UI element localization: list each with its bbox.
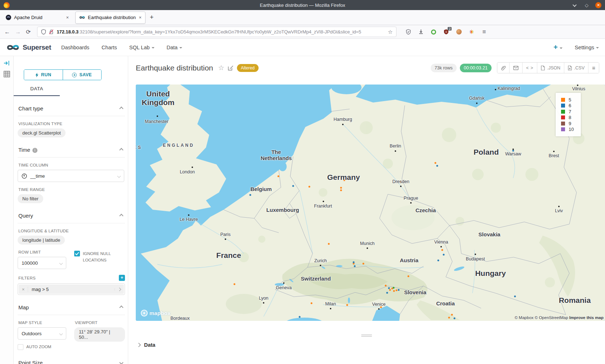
legend-item[interactable]: 10 [561, 127, 581, 133]
pinwheel-extension-icon[interactable]: ✳ [468, 29, 475, 35]
brand-name: Superset [23, 44, 51, 51]
forward-button[interactable]: → [15, 29, 21, 35]
tab-data[interactable]: DATA [14, 86, 60, 96]
ignore-null-checkbox-row[interactable]: IGNORE NULL LOCATIONS [74, 251, 122, 269]
deckgl-map[interactable]: United KingdomManchesterENGLANDESLondonT… [136, 85, 605, 321]
section-title: Chart type [18, 105, 43, 112]
altered-badge[interactable]: Altered [237, 64, 259, 72]
window-title: Earthquake distribution — Mozilla Firefo… [0, 3, 605, 8]
data-results-collapse[interactable]: Data [137, 342, 155, 348]
filter-expression[interactable]: mag > 5 [28, 287, 115, 292]
bookmark-star-icon[interactable]: ☆ [388, 29, 393, 35]
ublock-shield-icon[interactable]: ū2 [443, 29, 449, 35]
tab-apache-druid[interactable]: Apache Druid × [2, 12, 72, 24]
lonlat-value[interactable]: longitude | latitude [18, 236, 65, 245]
section-point-size: Point Size [18, 359, 125, 364]
url-path: :32108/superset/explore/?form_data_key=1… [79, 29, 361, 35]
new-tab-button[interactable]: + [150, 14, 154, 21]
chart-menu-button[interactable]: ≡ [588, 63, 599, 73]
superset-navbar: Superset Dashboards Charts SQL Lab Data … [0, 39, 605, 56]
cookie-extension-icon[interactable] [456, 29, 462, 35]
back-button[interactable]: ← [4, 29, 10, 35]
extension-green-icon[interactable] [430, 29, 437, 35]
run-label: RUN [41, 72, 51, 77]
new-item-button[interactable]: + [554, 43, 563, 51]
side-icon-strip [0, 56, 14, 364]
time-range-label: TIME RANGE [18, 187, 125, 192]
legend-item[interactable]: 8 [561, 115, 581, 121]
export-json-button[interactable]: .JSON [537, 63, 564, 73]
section-query-header[interactable]: Query [18, 212, 125, 223]
downloads-icon[interactable] [418, 29, 424, 35]
insecure-lock-icon[interactable] [49, 29, 54, 35]
nav-dashboards[interactable]: Dashboards [61, 45, 89, 50]
copy-link-button[interactable] [497, 63, 509, 73]
legend-item[interactable]: 7 [561, 109, 581, 115]
auto-zoom-checkbox-row[interactable]: AUTO ZOOM [18, 344, 66, 350]
mapbox-logo[interactable]: mapbox [141, 310, 171, 317]
viz-type-value[interactable]: deck.gl Scatterplot [18, 128, 66, 137]
druid-favicon-icon [6, 15, 11, 20]
map-style-value: Outdoors [22, 331, 42, 336]
remove-filter-icon[interactable]: × [19, 287, 28, 292]
row-limit-label: ROW LIMIT [18, 250, 66, 254]
tracking-shield-icon[interactable] [41, 29, 46, 35]
legend-label: 6 [569, 103, 571, 108]
address-bar[interactable]: 172.18.0.3:32108/superset/explore/?form_… [37, 27, 396, 37]
legend-swatch [561, 127, 565, 131]
ignore-null-checkbox[interactable] [74, 251, 80, 256]
legend-item[interactable]: 9 [561, 120, 581, 127]
superset-logo[interactable]: Superset [6, 43, 51, 52]
legend-item[interactable]: 6 [561, 103, 581, 109]
time-range-value[interactable]: No filter [18, 194, 43, 203]
embed-code-button[interactable]: < > [522, 63, 537, 73]
edit-properties-icon[interactable] [228, 65, 233, 70]
reload-button[interactable]: ⟳ [26, 28, 31, 35]
chart-title: Earthquake distribution [136, 64, 213, 72]
favorite-star-icon[interactable]: ☆ [218, 64, 224, 72]
filter-item[interactable]: × mag > 5 [18, 283, 125, 295]
viewport-value[interactable]: 11° 28' 29.70" | 50... [74, 327, 125, 342]
add-filter-button[interactable]: + [119, 275, 125, 281]
time-column-label: TIME COLUMN [18, 163, 125, 167]
map-style-select[interactable]: Outdoors [18, 327, 66, 340]
section-map-header[interactable]: Map [18, 304, 125, 315]
save-button[interactable]: + SAVE [63, 70, 102, 80]
collapse-dataset-panel-icon[interactable] [4, 60, 10, 66]
chevron-down-icon [59, 261, 63, 265]
section-chart-type-header[interactable]: Chart type [18, 105, 125, 116]
nav-data[interactable]: Data [167, 45, 183, 50]
section-time-header[interactable]: Timei [18, 146, 125, 158]
expand-filter-icon[interactable] [115, 288, 124, 291]
settings-menu[interactable]: Settings [575, 44, 599, 50]
tab-earthquake-distribution[interactable]: Earthquake distribution × [75, 12, 145, 24]
chart-pane: Earthquake distribution ☆ Altered 73k ro… [128, 56, 605, 364]
map-attribution[interactable]: © Mapbox © OpenStreetMap Improve this ma… [515, 315, 604, 320]
pane-resize-grip[interactable] [361, 334, 372, 337]
dataset-grid-icon[interactable] [4, 71, 10, 77]
nav-charts[interactable]: Charts [102, 45, 117, 50]
mapbox-wordmark: mapbox [149, 310, 171, 316]
plus-icon: + [554, 43, 558, 51]
menu-hamburger-icon[interactable]: ≡ [481, 29, 487, 35]
burger-icon: ≡ [592, 65, 595, 71]
auto-zoom-checkbox[interactable] [18, 344, 23, 350]
tab-close-icon[interactable]: × [139, 15, 142, 20]
window-maximize-button[interactable]: ◇ [584, 3, 590, 8]
browser-toolbar: ← → ⟳ 172.18.0.3:32108/superset/explore/… [0, 25, 605, 39]
legend-item[interactable]: 5 [561, 97, 581, 103]
time-column-select[interactable]: __time [18, 170, 124, 182]
nav-sql-lab[interactable]: SQL Lab [129, 45, 154, 50]
window-close-button[interactable]: ✕ [595, 2, 601, 8]
window-minimize-button[interactable] [572, 3, 578, 8]
tab-close-icon[interactable]: × [66, 15, 69, 20]
run-button[interactable]: RUN [24, 70, 63, 80]
export-csv-button[interactable]: .CSV [564, 63, 588, 73]
permissions-shield-icon[interactable] [405, 29, 412, 35]
section-map: Map MAP STYLE Outdoors AUTO ZOOM VIEWPOR… [18, 304, 125, 350]
row-limit-select[interactable]: 100000 [18, 257, 66, 269]
improve-map-link[interactable]: Improve this map [569, 315, 604, 320]
section-point-size-header[interactable]: Point Size [18, 359, 125, 364]
browser-titlebar: Earthquake distribution — Mozilla Firefo… [0, 0, 605, 10]
email-button[interactable] [509, 63, 522, 73]
